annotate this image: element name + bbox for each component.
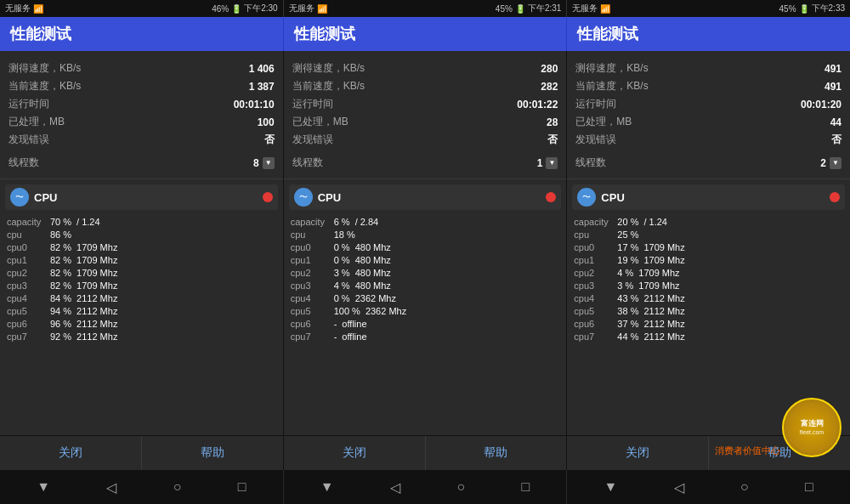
bottom-panel-1: 关闭 帮助 xyxy=(0,436,284,470)
cpu-core-3-2: cpu2 4 % 1709 Mhz xyxy=(574,266,843,279)
bottom-panel-2: 关闭 帮助 xyxy=(284,436,568,470)
thread-row-1: 线程数 8 ▼ xyxy=(8,152,275,173)
cpu-core-3-3: cpu3 3 % 1709 Mhz xyxy=(574,279,843,292)
cpu-icon-1: 〜 xyxy=(10,188,29,207)
cpu-monitor-2: 〜 CPU xyxy=(289,184,562,210)
stat-runtime-2: 运行时间 00:01:22 xyxy=(292,95,558,113)
stat-curspeed-3: 当前速度，KB/s 491 xyxy=(575,77,842,95)
battery-1: 46% xyxy=(212,4,229,14)
cpu-label-1: CPU xyxy=(34,191,57,204)
stat-speed-2: 测得速度，KB/s 280 xyxy=(292,59,558,77)
nav-home-2[interactable]: ○ xyxy=(456,479,465,495)
watermark-url: fleet.com xyxy=(800,429,824,436)
stat-curspeed-2: 当前速度，KB/s 282 xyxy=(292,77,558,95)
time-2: 下午2:31 xyxy=(528,3,561,14)
cpu-core-3-6: cpu6 37 % 2112 Mhz xyxy=(574,317,843,330)
battery-2: 45% xyxy=(496,4,513,14)
cpu-capacity-1: capacity 70 % / 1.24 xyxy=(7,215,276,228)
nav-expand-2[interactable]: ▼ xyxy=(320,479,334,495)
panel-2: 测得速度，KB/s 280 当前速度，KB/s 282 运行时间 00:01:2… xyxy=(284,51,568,435)
close-button-1[interactable]: 关闭 xyxy=(0,436,142,470)
cpu-core-3-5: cpu5 38 % 2112 Mhz xyxy=(574,304,843,317)
stats-section-1: 测得速度，KB/s 1 406 当前速度，KB/s 1 387 运行时间 00:… xyxy=(0,51,283,179)
cpu-core-1-3: cpu3 82 % 1709 Mhz xyxy=(7,279,276,292)
signal-icon-1: 📶 xyxy=(33,4,43,14)
cpu-core-3-0: cpu0 17 % 1709 Mhz xyxy=(574,241,843,253)
stat-runtime-3: 运行时间 00:01:20 xyxy=(575,95,842,113)
nav-home-3[interactable]: ○ xyxy=(740,479,749,495)
thread-dropdown-2[interactable]: ▼ xyxy=(546,157,558,169)
status-bars: 无服务 📶 46%🔋 下午2:30 无服务 📶 45%🔋 下午2:31 无服务 … xyxy=(0,0,850,17)
nav-back-2[interactable]: ◁ xyxy=(390,479,400,496)
signal-icon-3: 📶 xyxy=(600,4,610,14)
title-1: 性能测试 xyxy=(10,24,71,44)
nav-section-3: ▼ ◁ ○ □ xyxy=(567,470,850,504)
time-1: 下午2:30 xyxy=(244,3,277,14)
stats-section-2: 测得速度，KB/s 280 当前速度，KB/s 282 运行时间 00:01:2… xyxy=(284,51,567,179)
cpu-core-1-1: cpu1 82 % 1709 Mhz xyxy=(7,253,276,266)
cpu-core-3-1: cpu1 19 % 1709 Mhz xyxy=(574,253,843,266)
cpu-red-dot-1 xyxy=(263,192,273,202)
cpu-core-1-6: cpu6 96 % 2112 Mhz xyxy=(7,317,276,330)
thread-row-3: 线程数 2 ▼ xyxy=(575,152,842,173)
cpu-red-dot-3 xyxy=(830,192,840,202)
time-3: 下午2:33 xyxy=(812,3,845,14)
stat-speed-1: 测得速度，KB/s 1 406 xyxy=(8,59,275,77)
stat-errors-3: 发现错误 否 xyxy=(575,131,842,149)
nav-home-1[interactable]: ○ xyxy=(173,479,182,495)
nav-expand-3[interactable]: ▼ xyxy=(604,479,618,495)
signal-icon-2: 📶 xyxy=(317,4,327,14)
cpu-core-2-5: cpu5 100 % 2362 Mhz xyxy=(291,304,560,317)
cpu-total-1: cpu 86 % xyxy=(7,228,276,241)
carrier-2: 无服务 xyxy=(289,3,314,14)
cpu-icon-3: 〜 xyxy=(577,188,596,207)
title-2: 性能测试 xyxy=(294,24,355,44)
close-button-3[interactable]: 关闭 xyxy=(567,436,709,470)
watermark-badge: 富连网 fleet.com xyxy=(782,398,842,457)
cpu-core-1-7: cpu7 92 % 2112 Mhz xyxy=(7,330,276,343)
title-bar-3: 性能测试 xyxy=(567,17,850,51)
battery-3: 45% xyxy=(779,4,796,14)
thread-dropdown-1[interactable]: ▼ xyxy=(263,157,275,169)
thread-dropdown-3[interactable]: ▼ xyxy=(830,157,842,169)
cpu-monitor-3: 〜 CPU xyxy=(572,184,845,210)
stat-runtime-1: 运行时间 00:01:10 xyxy=(8,95,275,113)
panel-3: 测得速度，KB/s 491 当前速度，KB/s 491 运行时间 00:01:2… xyxy=(567,51,850,435)
title-bars: 性能测试 性能测试 性能测试 xyxy=(0,17,850,51)
stat-speed-3: 测得速度，KB/s 491 xyxy=(575,59,842,77)
cpu-capacity-3: capacity 20 % / 1.24 xyxy=(574,215,843,228)
nav-bar: ▼ ◁ ○ □ ▼ ◁ ○ □ ▼ ◁ ○ □ xyxy=(0,470,850,504)
carrier-1: 无服务 xyxy=(5,3,31,14)
cpu-details-1: capacity 70 % / 1.24 cpu 86 % cpu0 82 % … xyxy=(0,213,283,435)
stats-section-3: 测得速度，KB/s 491 当前速度，KB/s 491 运行时间 00:01:2… xyxy=(567,51,850,179)
cpu-core-1-4: cpu4 84 % 2112 Mhz xyxy=(7,292,276,304)
main-content: 测得速度，KB/s 1 406 当前速度，KB/s 1 387 运行时间 00:… xyxy=(0,51,850,435)
stat-errors-2: 发现错误 否 xyxy=(292,131,558,149)
cpu-core-2-3: cpu3 4 % 480 Mhz xyxy=(291,279,560,292)
cpu-icon-2: 〜 xyxy=(294,188,313,207)
cpu-core-2-4: cpu4 0 % 2362 Mhz xyxy=(291,292,560,304)
nav-recent-2[interactable]: □ xyxy=(521,479,530,495)
cpu-core-1-0: cpu0 82 % 1709 Mhz xyxy=(7,241,276,253)
nav-back-3[interactable]: ◁ xyxy=(674,479,684,496)
stat-processed-2: 已处理，MB 28 xyxy=(292,113,558,131)
nav-recent-3[interactable]: □ xyxy=(805,479,813,495)
stat-errors-1: 发现错误 否 xyxy=(8,131,275,149)
stat-curspeed-1: 当前速度，KB/s 1 387 xyxy=(8,77,275,95)
cpu-core-2-7: cpu7 - offline xyxy=(291,330,560,343)
cpu-core-2-0: cpu0 0 % 480 Mhz xyxy=(291,241,560,253)
help-button-2[interactable]: 帮助 xyxy=(426,436,567,470)
nav-back-1[interactable]: ◁ xyxy=(106,479,116,496)
cpu-core-2-2: cpu2 3 % 480 Mhz xyxy=(291,266,560,279)
cpu-core-3-4: cpu4 43 % 2112 Mhz xyxy=(574,292,843,304)
help-button-1[interactable]: 帮助 xyxy=(142,436,283,470)
stat-processed-1: 已处理，MB 100 xyxy=(8,113,275,131)
status-bar-1: 无服务 📶 46%🔋 下午2:30 xyxy=(0,0,284,17)
cpu-core-1-5: cpu5 94 % 2112 Mhz xyxy=(7,304,276,317)
nav-recent-1[interactable]: □ xyxy=(238,479,246,495)
nav-expand-1[interactable]: ▼ xyxy=(37,479,50,495)
cpu-label-3: CPU xyxy=(601,191,624,204)
close-button-2[interactable]: 关闭 xyxy=(284,436,426,470)
nav-section-2: ▼ ◁ ○ □ xyxy=(284,470,568,504)
cpu-core-2-1: cpu1 0 % 480 Mhz xyxy=(291,253,560,266)
